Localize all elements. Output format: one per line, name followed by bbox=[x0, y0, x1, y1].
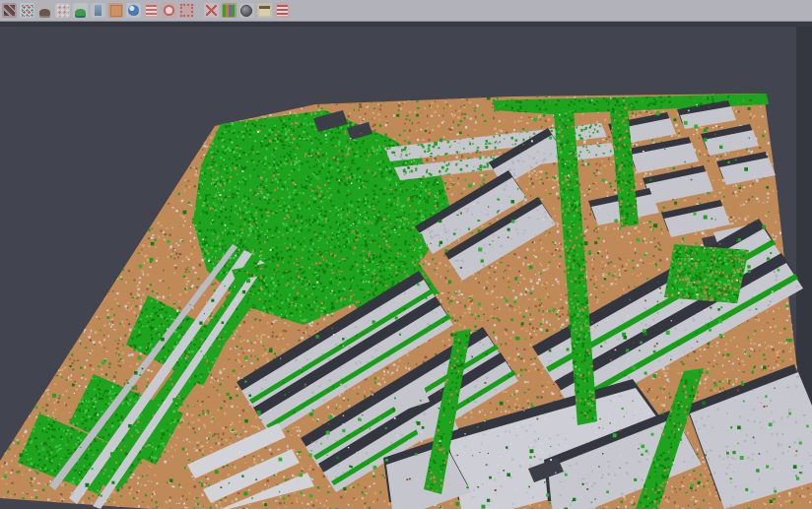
terrain-icon[interactable] bbox=[37, 3, 52, 18]
measurements-icon[interactable] bbox=[275, 3, 290, 18]
circle-select-icon[interactable] bbox=[162, 3, 176, 18]
sphere-tool-icon[interactable] bbox=[239, 3, 254, 18]
registration-points-icon[interactable] bbox=[20, 3, 34, 18]
clear-selection-icon[interactable] bbox=[204, 3, 219, 18]
sparse-cloud-icon[interactable] bbox=[55, 3, 70, 18]
crop-box-icon[interactable] bbox=[179, 3, 194, 18]
application-window bbox=[0, 0, 812, 509]
classification-view-icon[interactable] bbox=[222, 3, 237, 18]
main-toolbar bbox=[0, 0, 812, 22]
open-data-icon[interactable] bbox=[2, 3, 17, 18]
vegetation-terrain-icon[interactable] bbox=[73, 3, 88, 18]
3d-viewport[interactable] bbox=[0, 0, 812, 509]
orthophoto-icon[interactable] bbox=[108, 3, 123, 18]
annotation-icon[interactable] bbox=[257, 3, 272, 18]
red-layers-icon[interactable] bbox=[144, 3, 159, 18]
globe-view-icon[interactable] bbox=[126, 3, 141, 18]
elevation-column-icon[interactable] bbox=[91, 3, 105, 18]
